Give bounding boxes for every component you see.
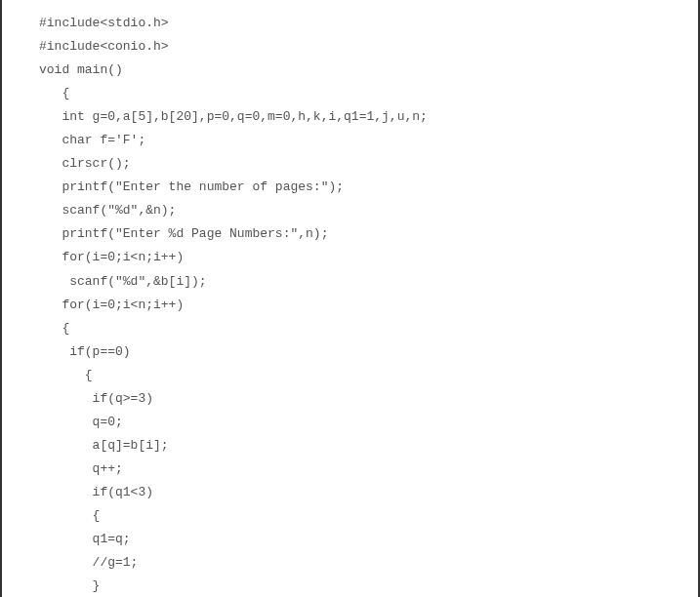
code-line: { (39, 82, 698, 105)
code-line: if(q>=3) (39, 387, 698, 411)
code-line: void main() (39, 59, 698, 82)
code-line: for(i=0;i<n;i++) (39, 294, 698, 317)
code-line: { (39, 364, 698, 387)
code-line: printf("Enter the number of pages:"); (39, 176, 698, 199)
code-line: } (39, 575, 698, 597)
code-line: if(p==0) (39, 340, 698, 364)
code-line: printf("Enter %d Page Numbers:",n); (39, 222, 698, 246)
code-line: a[q]=b[i]; (39, 434, 698, 458)
code-line: int g=0,a[5],b[20],p=0,q=0,m=0,h,k,i,q1=… (39, 105, 698, 129)
code-line: #include<conio.h> (39, 35, 698, 59)
code-line: q=0; (39, 411, 698, 434)
code-line: #include<stdio.h> (39, 12, 698, 35)
code-line: char f='F'; (39, 129, 698, 152)
code-block: #include<stdio.h>#include<conio.h>void m… (39, 12, 698, 597)
code-line: //g=1; (39, 551, 698, 575)
code-line: if(q1<3) (39, 481, 698, 504)
code-line: q++; (39, 458, 698, 481)
code-line: for(i=0;i<n;i++) (39, 246, 698, 269)
code-line: scanf("%d",&n); (39, 199, 698, 222)
code-line: clrscr(); (39, 152, 698, 176)
code-line: { (39, 317, 698, 340)
code-line: q1=q; (39, 528, 698, 551)
code-line: { (39, 504, 698, 528)
code-line: scanf("%d",&b[i]); (39, 270, 698, 294)
